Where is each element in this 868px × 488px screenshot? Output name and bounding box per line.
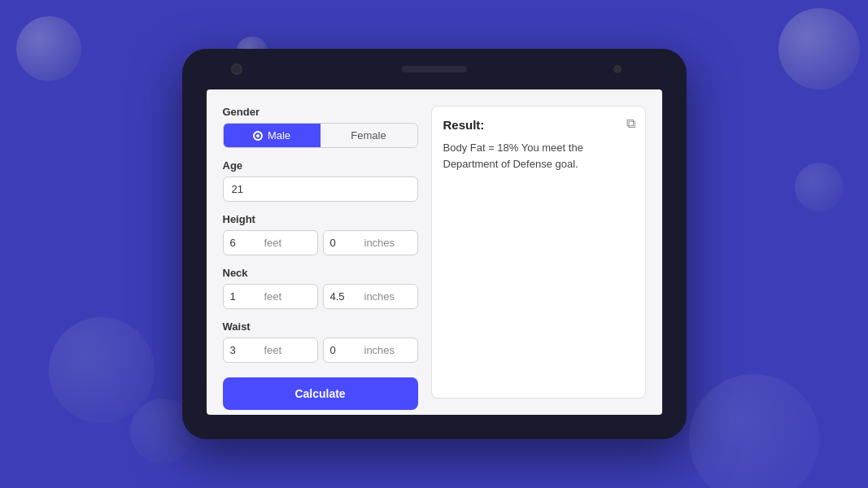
height-label: Height — [223, 213, 418, 225]
gender-label: Gender — [223, 106, 418, 118]
camera-right-icon — [613, 65, 622, 73]
height-feet-input[interactable] — [224, 231, 264, 255]
waist-field-group: Waist feet inches — [223, 320, 418, 363]
neck-measurement-row: feet inches — [223, 284, 418, 309]
tablet-screen: Gender Male Female Age Height — [207, 89, 662, 415]
waist-inches-input[interactable] — [324, 338, 364, 362]
neck-inches-input[interactable] — [324, 285, 364, 308]
neck-feet-input[interactable] — [224, 285, 264, 308]
waist-feet-input[interactable] — [224, 338, 264, 362]
waist-feet-unit: feet — [264, 338, 289, 362]
waist-label: Waist — [223, 320, 418, 333]
copy-icon[interactable]: ⧉ — [626, 116, 635, 131]
bubble-decoration-7 — [795, 163, 844, 211]
neck-inches-wrap: inches — [323, 284, 418, 309]
tablet-top-bar — [182, 49, 687, 89]
female-option[interactable]: Female — [321, 124, 417, 147]
neck-field-group: Neck feet inches — [223, 267, 418, 309]
height-feet-wrap: feet — [223, 230, 318, 255]
age-input[interactable] — [223, 176, 418, 202]
height-inches-unit: inches — [364, 231, 402, 255]
result-body: Body Fat = 18% You meet the Department o… — [443, 140, 634, 172]
neck-feet-wrap: feet — [223, 284, 318, 309]
male-radio-dot — [253, 131, 263, 141]
waist-inches-unit: inches — [364, 338, 402, 362]
neck-feet-unit: feet — [264, 285, 289, 308]
result-panel: ⧉ Result: Body Fat = 18% You meet the De… — [431, 106, 646, 399]
female-label: Female — [351, 129, 386, 142]
age-field-group: Age — [223, 159, 418, 202]
calculator-panel: Gender Male Female Age Height — [223, 106, 418, 399]
front-camera-icon — [231, 63, 242, 75]
height-measurement-row: feet inches — [223, 230, 418, 255]
bubble-decoration-4 — [49, 317, 155, 423]
waist-measurement-row: feet inches — [223, 338, 418, 363]
waist-feet-wrap: feet — [223, 338, 318, 363]
gender-field-group: Gender Male Female — [223, 106, 418, 148]
waist-inches-wrap: inches — [323, 338, 418, 363]
gender-toggle: Male Female — [223, 123, 418, 148]
bubble-decoration-3 — [779, 8, 860, 89]
male-label: Male — [268, 129, 290, 142]
bubble-decoration-6 — [689, 374, 819, 488]
height-inches-input[interactable] — [324, 231, 364, 255]
height-feet-unit: feet — [264, 231, 289, 255]
age-label: Age — [223, 159, 418, 172]
speaker-icon — [402, 66, 467, 72]
height-field-group: Height feet inches — [223, 213, 418, 255]
bubble-decoration-1 — [16, 16, 81, 81]
neck-label: Neck — [223, 267, 418, 279]
male-option[interactable]: Male — [224, 124, 321, 147]
neck-inches-unit: inches — [364, 285, 402, 308]
result-header: Result: — [443, 118, 634, 132]
calculate-button[interactable]: Calculate — [223, 377, 418, 410]
height-inches-wrap: inches — [323, 230, 418, 255]
tablet-device: Gender Male Female Age Height — [182, 49, 687, 439]
